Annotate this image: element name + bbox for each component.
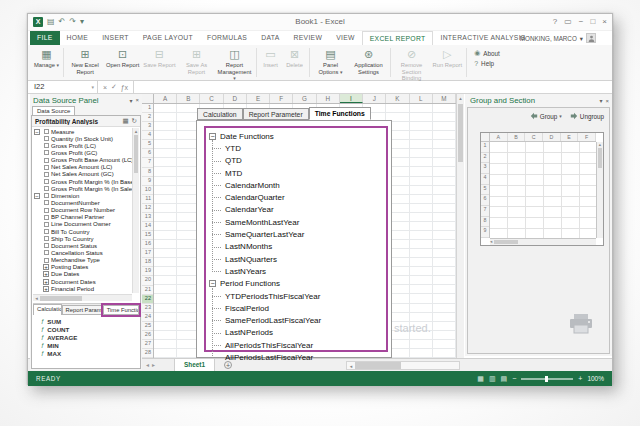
minimize-icon[interactable]: − <box>579 16 584 28</box>
panel-close-icon[interactable]: × <box>135 97 139 103</box>
row-header-9[interactable]: 9 <box>142 177 153 186</box>
checkbox[interactable] <box>44 179 49 184</box>
checkbox[interactable] <box>44 165 49 170</box>
dimension-item[interactable]: BP Channel Partner <box>33 214 132 221</box>
panel-tab-calculation[interactable]: Calculation <box>33 304 62 315</box>
row-header-2[interactable]: 2 <box>142 113 153 122</box>
dimension-item[interactable]: Bill To Country <box>33 228 132 235</box>
row-header-1[interactable]: 1 <box>142 104 153 113</box>
row-header-3[interactable]: 3 <box>142 122 153 131</box>
panel-tab-report-parameter[interactable]: Report Parameter <box>62 305 103 315</box>
tree-node-dimension[interactable]: −Dimension <box>33 192 132 199</box>
cancel-icon[interactable]: × <box>103 84 107 91</box>
ribbon-button-open-report[interactable]: ⊡Open Report <box>104 46 141 79</box>
ribbon-button-report-management[interactable]: ◫Report Management ▾ <box>216 46 254 79</box>
measure-item[interactable]: Net Sales Amount (LC) <box>33 164 132 171</box>
column-header-m[interactable]: M <box>433 94 456 103</box>
tree-node-period-functions[interactable]: −Period Functions <box>209 278 383 290</box>
checkbox[interactable] <box>44 143 49 148</box>
row-header-5[interactable]: 5 <box>142 140 153 149</box>
column-header-f[interactable]: F <box>270 94 293 103</box>
row-header-19[interactable]: 19 <box>142 267 153 276</box>
panel-close-icon[interactable]: × <box>605 98 609 104</box>
data-source-tab[interactable]: Data Source <box>32 106 75 115</box>
expand-icon[interactable]: + <box>43 286 49 292</box>
ungroup-button[interactable]: Ungroup <box>570 112 604 120</box>
dimension-item[interactable]: Document Row Number <box>33 207 132 214</box>
time-function-item-lastnperiods[interactable]: LastNPeriods <box>209 327 383 339</box>
expand-icon[interactable]: + <box>43 271 49 277</box>
column-header-d[interactable]: D <box>224 94 247 103</box>
name-box-dropdown-icon[interactable]: ▾ <box>91 81 94 93</box>
checkbox[interactable] <box>44 158 49 163</box>
row-header-4[interactable]: 4 <box>142 131 153 140</box>
measure-item[interactable]: Gross Profit (GC) <box>33 149 132 156</box>
collapse-icon[interactable]: − <box>34 193 40 199</box>
ribbon-tab-excel-report[interactable]: EXCEL REPORT <box>362 31 434 45</box>
scrollbar-thumb[interactable] <box>458 104 463 162</box>
ribbon-tab-review[interactable]: REVIEW <box>287 31 330 45</box>
measure-item[interactable]: Gross Profit Base Amount (LC) <box>33 157 132 164</box>
row-header-28[interactable]: 28 <box>142 349 153 358</box>
zoom-percentage[interactable]: 100% <box>587 375 604 382</box>
refresh-icon[interactable]: ↻ <box>132 117 137 125</box>
column-header-g[interactable]: G <box>293 94 316 103</box>
measure-item[interactable]: Gross Profit (LC) <box>33 142 132 149</box>
time-function-item-allperiodsthisfiscalyear[interactable]: AllPeriodsThisFiscalYear <box>209 339 383 351</box>
time-function-item-lastnquarters[interactable]: LastNQuarters <box>209 253 383 265</box>
row-header-27[interactable]: 27 <box>142 340 153 349</box>
time-function-item-mtd[interactable]: MTD <box>209 167 383 179</box>
tree-node-date-functions[interactable]: −Date Functions <box>209 130 383 142</box>
ribbon-tab-file[interactable]: FILE <box>30 31 60 45</box>
dimension-item[interactable]: DocumentNumber <box>33 199 132 206</box>
scroll-left-icon[interactable]: ◂ <box>33 295 40 301</box>
scrollbar-thumb[interactable] <box>134 135 138 173</box>
checkbox[interactable] <box>44 186 49 191</box>
ribbon-tab-view[interactable]: VIEW <box>329 31 362 45</box>
scroll-left-icon[interactable]: ◂ <box>490 239 492 245</box>
help-button[interactable]: ?Help <box>474 60 500 67</box>
ribbon-tab-data[interactable]: DATA <box>254 31 286 45</box>
dimension-item[interactable]: +Due Dates <box>33 271 132 278</box>
overlay-tab-time-functions[interactable]: Time Functions <box>309 107 371 120</box>
zoom-out-icon[interactable]: − <box>512 375 516 382</box>
group-button[interactable]: Group ▾ <box>530 112 562 120</box>
column-header-c[interactable]: C <box>200 94 223 103</box>
enter-icon[interactable]: ✓ <box>111 83 117 91</box>
row-header-14[interactable]: 14 <box>142 222 153 231</box>
row-header-20[interactable]: 20 <box>142 276 153 285</box>
sheet-nav-arrows[interactable]: ◂▸ <box>146 359 158 371</box>
help-icon[interactable]: ? <box>553 16 557 28</box>
column-header-l[interactable]: L <box>410 94 433 103</box>
column-header-e[interactable]: E <box>247 94 270 103</box>
row-header-18[interactable]: 18 <box>142 258 153 267</box>
row-header-10[interactable]: 10 <box>142 186 153 195</box>
dimension-item[interactable]: +Financial Period <box>33 285 132 292</box>
row-header-17[interactable]: 17 <box>142 249 153 258</box>
checkbox[interactable] <box>44 172 49 177</box>
dimension-item[interactable]: Line Document Owner <box>33 221 132 228</box>
time-function-item-samemonthlastyear[interactable]: SameMonthLastYear <box>209 216 383 228</box>
checkbox[interactable] <box>44 215 49 220</box>
dimension-item[interactable]: Merchandise Type <box>33 257 132 264</box>
time-function-item-lastnyears[interactable]: LastNYears <box>209 265 383 277</box>
column-header-k[interactable]: K <box>386 94 409 103</box>
checkbox[interactable] <box>44 258 49 263</box>
mini-grid-cells[interactable] <box>490 142 596 238</box>
maximize-icon[interactable]: □ <box>590 16 595 28</box>
measure-item[interactable]: Net Sales Amount (GC) <box>33 171 132 178</box>
row-header-11[interactable]: 11 <box>142 195 153 204</box>
page-layout-view-icon[interactable]: ▥ <box>489 374 496 383</box>
checkbox[interactable] <box>44 208 49 213</box>
about-button[interactable]: ◉About <box>474 49 500 57</box>
worksheet-vertical-scrollbar[interactable]: ▴ <box>456 94 464 358</box>
function-item-count[interactable]: ƒCOUNT <box>33 325 139 333</box>
time-function-item-calendarmonth[interactable]: CalendarMonth <box>209 179 383 191</box>
ribbon-button-manage[interactable]: ▦Manage ▾ <box>32 46 61 79</box>
row-header-12[interactable]: 12 <box>142 204 153 213</box>
panel-dropdown-icon[interactable]: ▾ <box>129 97 132 104</box>
row-header-23[interactable]: 23 <box>142 304 153 313</box>
insert-function-icon[interactable]: ƒx <box>121 84 128 91</box>
panel-tab-time-functions[interactable]: Time Functions <box>103 305 139 315</box>
column-header-j[interactable]: J <box>363 94 386 103</box>
